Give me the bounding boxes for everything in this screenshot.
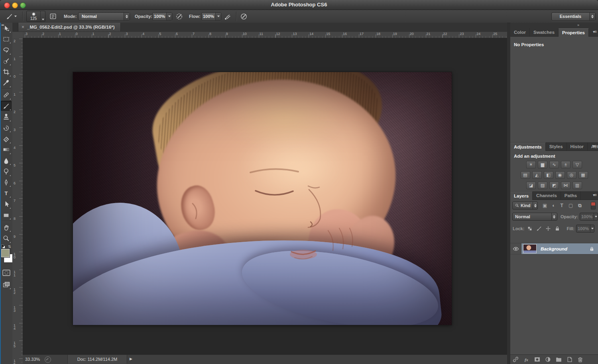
blend-mode-dropdown[interactable]: Normal <box>78 10 130 23</box>
lock-all-icon[interactable] <box>555 226 560 231</box>
black-white-icon[interactable]: ◧ <box>544 171 553 179</box>
ruler-corner[interactable] <box>12 32 23 38</box>
document-size-info[interactable]: Doc: 114.2M/114.2M <box>67 355 127 364</box>
smart-object-filter-icon[interactable]: ⧉ <box>578 203 582 208</box>
exposure-icon[interactable]: ± <box>561 161 570 168</box>
shape-tool[interactable] <box>1 210 12 220</box>
hand-tool[interactable] <box>1 222 12 233</box>
swap-colors-icon[interactable]: ⇄ <box>8 245 12 248</box>
clone-stamp-tool[interactable] <box>1 112 12 122</box>
foreground-color-swatch[interactable] <box>1 249 10 257</box>
pen-tool[interactable] <box>1 177 12 188</box>
gradient-map-icon[interactable]: ⋈ <box>561 182 570 189</box>
panel-menu-icon[interactable]: ▾≡ <box>593 29 596 34</box>
document-tab[interactable]: × _MG_0562-Edit2.psd @ 33.3% (RGB/16*) <box>18 23 121 31</box>
delete-layer-icon[interactable] <box>575 356 586 363</box>
tab-color[interactable]: Color <box>510 28 530 36</box>
move-tool[interactable] <box>1 23 12 33</box>
close-document-icon[interactable]: × <box>22 24 24 30</box>
layer-thumbnail[interactable] <box>523 244 537 253</box>
canvas-area[interactable] <box>23 38 507 355</box>
layer-opacity-dropdown[interactable]: 100% <box>580 213 598 221</box>
tab-properties[interactable]: Properties <box>559 28 589 37</box>
color-lookup-icon[interactable]: ▦ <box>578 171 588 179</box>
crop-tool[interactable] <box>1 67 12 77</box>
gradient-tool[interactable] <box>1 145 12 155</box>
eyedropper-tool[interactable] <box>1 78 12 88</box>
tab-paths[interactable]: Paths <box>561 192 581 200</box>
dodge-tool[interactable] <box>1 166 12 177</box>
adjustment-layer-filter-icon[interactable]: ◐ <box>552 203 555 208</box>
tab-histor[interactable]: Histor <box>567 143 588 151</box>
layer-filter-kind-dropdown[interactable]: Kind <box>512 202 538 209</box>
vibrance-icon[interactable]: ▽ <box>572 161 582 168</box>
layer-fill-dropdown[interactable]: 100% <box>576 225 594 233</box>
eraser-tool[interactable] <box>1 134 12 144</box>
path-selection-tool[interactable] <box>1 199 12 209</box>
shape-layer-filter-icon[interactable]: ▢ <box>568 203 573 208</box>
pixel-layer-filter-icon[interactable]: ▣ <box>543 203 547 208</box>
tab-adjustments[interactable]: Adjustments <box>510 143 546 151</box>
zoom-tool[interactable] <box>1 233 12 244</box>
layer-row[interactable]: Background <box>510 243 598 254</box>
tab-styles[interactable]: Styles <box>546 143 567 151</box>
new-adjustment-layer-icon[interactable] <box>543 356 553 363</box>
quick-mask-button[interactable] <box>1 268 12 278</box>
zoom-level-field[interactable]: 33.33% <box>25 357 40 362</box>
layer-selected-area[interactable]: Background <box>521 243 598 254</box>
opacity-dropdown[interactable]: 100% <box>152 10 172 23</box>
posterize-icon[interactable]: ▨ <box>538 182 547 189</box>
marquee-tool[interactable] <box>1 34 12 44</box>
type-layer-filter-icon[interactable]: T <box>561 203 563 208</box>
color-balance-icon[interactable]: ◭ <box>532 171 542 179</box>
new-group-icon[interactable] <box>553 356 564 363</box>
lock-transparency-icon[interactable] <box>527 226 533 231</box>
current-tool-button[interactable] <box>5 10 17 23</box>
brush-preset-picker[interactable]: 125 <box>26 10 45 23</box>
channel-mixer-icon[interactable]: ◎ <box>567 171 576 179</box>
collapse-panels-button[interactable]: » <box>577 23 579 27</box>
screen-mode-button[interactable] <box>1 280 12 290</box>
horizontal-ruler[interactable]: 3210123456789101112131415161718192021222… <box>23 32 507 38</box>
canvas-photo[interactable] <box>73 72 452 325</box>
layer-blend-mode-dropdown[interactable]: Normal <box>512 213 557 221</box>
workspace-dropdown[interactable]: Essentials <box>551 10 596 23</box>
lock-paint-icon[interactable] <box>536 226 542 231</box>
blur-tool[interactable] <box>1 155 12 166</box>
panel-menu-icon[interactable]: ▾≡ <box>593 193 596 197</box>
default-colors-icon[interactable] <box>1 245 6 249</box>
airbrush-button[interactable] <box>223 10 232 23</box>
dock-top-bar: » <box>510 23 598 29</box>
tab-channels[interactable]: Channels <box>533 192 561 200</box>
tab-swatches[interactable]: Swatches <box>530 28 559 36</box>
vertical-ruler[interactable]: 2101234567891011121314151617 <box>12 38 23 364</box>
layer-mask-icon[interactable] <box>532 356 543 363</box>
link-layers-icon[interactable] <box>510 356 521 363</box>
flow-dropdown[interactable]: 100% <box>201 10 221 23</box>
lock-position-icon[interactable] <box>545 226 551 231</box>
brush-tool[interactable] <box>1 101 12 111</box>
invert-icon[interactable]: ◪ <box>526 182 536 189</box>
layer-style-icon[interactable]: fx <box>521 357 532 362</box>
status-menu-arrow-icon[interactable]: ▶ <box>130 357 132 361</box>
quick-selection-tool[interactable] <box>1 56 12 66</box>
tablet-pressure-size-button[interactable] <box>239 10 248 23</box>
panel-menu-icon[interactable]: ▾≡ <box>593 144 596 148</box>
levels-icon[interactable]: ▆ <box>538 161 547 168</box>
tablet-pressure-opacity-button[interactable] <box>175 10 183 23</box>
tab-layers[interactable]: Layers <box>510 192 533 200</box>
history-brush-tool[interactable] <box>1 123 12 133</box>
selective-color-icon[interactable]: ▥ <box>572 182 582 189</box>
spot-healing-brush-tool[interactable] <box>1 90 12 100</box>
toggle-brush-panel-button[interactable] <box>49 10 57 23</box>
threshold-icon[interactable]: ◩ <box>549 182 559 189</box>
new-layer-icon[interactable] <box>564 356 575 363</box>
type-tool[interactable]: T <box>1 188 12 198</box>
hue-saturation-icon[interactable]: ▤ <box>521 171 530 179</box>
brightness-contrast-icon[interactable]: ☀ <box>526 161 536 168</box>
photo-filter-icon[interactable]: ◉ <box>555 171 565 179</box>
layer-visibility-toggle[interactable] <box>510 243 521 254</box>
lasso-tool[interactable] <box>1 45 12 55</box>
layer-filtering-toggle[interactable] <box>591 202 596 209</box>
curves-icon[interactable]: ∿ <box>549 161 559 168</box>
